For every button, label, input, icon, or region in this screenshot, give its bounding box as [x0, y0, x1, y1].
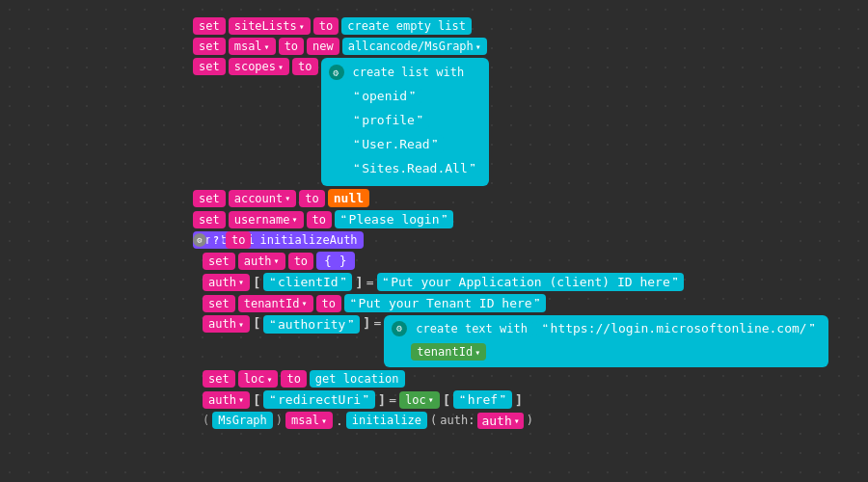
url-value: https://login.microsoftonline.com/	[536, 319, 821, 337]
initialize-label: initialize	[346, 412, 427, 429]
row2-set-loc: set loc to get location	[203, 370, 828, 388]
href-key: href	[453, 390, 512, 409]
create-list-block: ⚙ create list with openid profile User.R…	[321, 58, 490, 186]
auth-var4[interactable]: auth	[203, 391, 250, 409]
create-text-header: ⚙ create text with https://login.microso…	[392, 319, 821, 337]
set-keyword7: set	[203, 295, 235, 312]
to-keyword9: to	[281, 370, 306, 388]
username-var[interactable]: username	[229, 211, 304, 228]
tenantid-ref[interactable]: tenantId	[411, 343, 486, 361]
bracket-open: [	[253, 275, 260, 290]
msgraph-value[interactable]: allcancode/MsGraph	[342, 38, 487, 55]
paren-close2: )	[527, 414, 533, 427]
row2-set-auth: set auth to { }	[203, 252, 828, 270]
item-openid: openid	[348, 87, 482, 105]
profile-string: profile	[348, 111, 429, 129]
loc-ref[interactable]: loc	[399, 391, 440, 409]
set-keyword6: set	[203, 253, 235, 270]
to-keyword8: to	[316, 295, 341, 312]
authority-key: authority	[263, 315, 360, 334]
row2-authority: auth [ authority ] = ⚙ create text with …	[203, 315, 828, 367]
empty-obj: { }	[316, 252, 354, 270]
set-keyword8: set	[203, 370, 235, 388]
bracket-close3: ]	[378, 392, 386, 408]
set-keyword: set	[193, 17, 226, 35]
auth-var3[interactable]: auth	[203, 315, 250, 333]
item-userread: User.Read	[348, 135, 482, 153]
redirecturi-key: redirectUri	[263, 390, 374, 409]
create-list-header: ⚙ create list with	[329, 64, 482, 81]
gear-icon3: ⚙	[392, 321, 407, 336]
bracket-open4: [	[443, 392, 450, 408]
to-keyword5: to	[307, 211, 332, 228]
section2: ⚙ ? to initializeAuth set auth to { } au…	[193, 231, 828, 432]
openid-string: openid	[348, 87, 421, 105]
row-set-scopes: set scopes to ⚙ create list with openid …	[193, 58, 489, 186]
equals2: =	[374, 315, 382, 330]
set-keyword3: set	[193, 58, 226, 75]
row-set-msal: set msal to new allcancode/MsGraph	[193, 38, 489, 55]
to-keyword7: to	[288, 253, 313, 270]
row2-set-tenantid: set tenantId to Put your Tenant ID here	[203, 294, 828, 312]
create-text-block: ⚙ create text with https://login.microso…	[384, 315, 828, 367]
msgraph-label: MsGraph	[212, 412, 273, 429]
question-icon: ?	[209, 233, 223, 247]
to-keyword4: to	[299, 190, 324, 207]
equals1: =	[366, 275, 374, 289]
new-keyword: new	[307, 38, 339, 55]
tenantid-var[interactable]: tenantId	[238, 295, 313, 312]
sitesreadall-string: Sites.Read.All	[348, 159, 482, 177]
create-empty-list: create empty list	[341, 17, 472, 35]
bracket-close: ]	[355, 275, 363, 290]
row-set-username: set username to Please login	[193, 210, 489, 228]
bracket-close2: ]	[363, 315, 370, 331]
please-login-string: Please login	[335, 210, 453, 228]
create-text-label: create text with	[410, 320, 533, 337]
bracket-open3: [	[253, 392, 260, 408]
gear-icon2: ⚙	[193, 233, 206, 247]
bracket-open2: [	[253, 315, 260, 331]
to-keyword6: to	[226, 231, 251, 249]
dot-sep: .	[336, 414, 343, 428]
set-keyword4: set	[193, 190, 226, 207]
auth-param-val[interactable]: auth	[477, 413, 523, 429]
loc-var[interactable]: loc	[238, 370, 279, 388]
gear-icon: ⚙	[329, 65, 344, 80]
paren-close: )	[276, 414, 283, 427]
row2-redirecturi: auth [ redirectUri ] = loc [ href ]	[203, 390, 828, 409]
sitelists-var[interactable]: siteLists	[229, 17, 311, 35]
row-set-sitelists: set siteLists to create empty list	[193, 17, 489, 35]
msal-ref[interactable]: msal	[285, 412, 333, 429]
get-location: get location	[310, 370, 405, 388]
to-keyword: to	[313, 17, 339, 35]
paren-open2: (	[430, 414, 437, 427]
msal-var[interactable]: msal	[229, 38, 276, 55]
clientid-key: clientId	[263, 273, 352, 291]
set-keyword5: set	[193, 211, 226, 228]
auth-var[interactable]: auth	[238, 253, 285, 270]
initialize-auth-ref: initializeAuth	[254, 231, 363, 249]
row2-header: ⚙ ? to initializeAuth	[193, 231, 828, 249]
null-value: null	[328, 189, 369, 207]
row2-clientid: auth [ clientId ] = Put your Application…	[203, 273, 828, 291]
create-list-label: create list with	[347, 64, 471, 81]
item-profile: profile	[348, 111, 482, 129]
paren-open: (	[203, 414, 209, 427]
item-sitesreadall: Sites.Read.All	[348, 159, 482, 177]
to-keyword2: to	[279, 38, 304, 55]
tenantid-value: Put your Tenant ID here	[344, 294, 546, 312]
section1: set siteLists to create empty list set m…	[193, 17, 489, 252]
scopes-var[interactable]: scopes	[229, 58, 289, 75]
equals3: =	[389, 392, 396, 407]
row-set-account: set account to null	[193, 189, 489, 207]
set-keyword2: set	[193, 38, 226, 55]
clientid-value: Put your Application (client) ID here	[377, 273, 685, 291]
auth-param-label: auth:	[440, 414, 475, 427]
auth-var2[interactable]: auth	[203, 274, 250, 291]
row2-msal-initialize: ( MsGraph ) msal . initialize ( auth: au…	[203, 412, 828, 429]
bracket-close4: ]	[515, 392, 523, 408]
tenantid-ref-row: tenantId	[411, 343, 821, 361]
userread-string: User.Read	[348, 135, 445, 153]
account-var[interactable]: account	[229, 190, 297, 207]
to-keyword3: to	[292, 58, 317, 75]
